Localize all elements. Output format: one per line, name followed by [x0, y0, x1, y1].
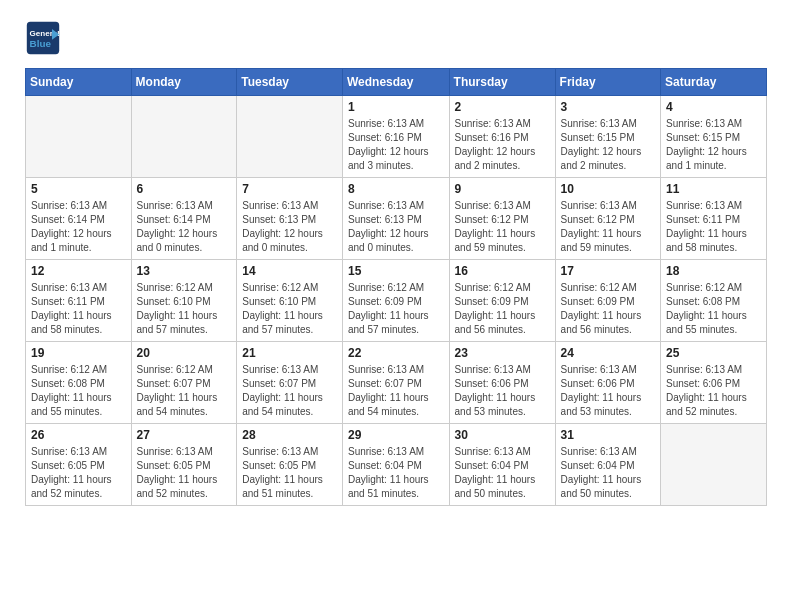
calendar-cell: 6Sunrise: 6:13 AM Sunset: 6:14 PM Daylig… [131, 178, 237, 260]
calendar-cell: 25Sunrise: 6:13 AM Sunset: 6:06 PM Dayli… [661, 342, 767, 424]
calendar-cell [237, 96, 343, 178]
day-number: 30 [455, 428, 550, 442]
day-number: 31 [561, 428, 655, 442]
calendar-cell: 1Sunrise: 6:13 AM Sunset: 6:16 PM Daylig… [342, 96, 449, 178]
day-number: 19 [31, 346, 126, 360]
calendar-cell: 24Sunrise: 6:13 AM Sunset: 6:06 PM Dayli… [555, 342, 660, 424]
calendar-cell: 4Sunrise: 6:13 AM Sunset: 6:15 PM Daylig… [661, 96, 767, 178]
day-number: 8 [348, 182, 444, 196]
weekday-header: Sunday [26, 69, 132, 96]
calendar-cell: 31Sunrise: 6:13 AM Sunset: 6:04 PM Dayli… [555, 424, 660, 506]
day-info: Sunrise: 6:13 AM Sunset: 6:04 PM Dayligh… [455, 445, 550, 501]
day-info: Sunrise: 6:12 AM Sunset: 6:10 PM Dayligh… [137, 281, 232, 337]
calendar-cell: 2Sunrise: 6:13 AM Sunset: 6:16 PM Daylig… [449, 96, 555, 178]
day-number: 26 [31, 428, 126, 442]
day-info: Sunrise: 6:12 AM Sunset: 6:07 PM Dayligh… [137, 363, 232, 419]
calendar-cell: 22Sunrise: 6:13 AM Sunset: 6:07 PM Dayli… [342, 342, 449, 424]
day-info: Sunrise: 6:13 AM Sunset: 6:11 PM Dayligh… [31, 281, 126, 337]
calendar-cell: 8Sunrise: 6:13 AM Sunset: 6:13 PM Daylig… [342, 178, 449, 260]
day-info: Sunrise: 6:13 AM Sunset: 6:04 PM Dayligh… [561, 445, 655, 501]
logo-icon: General Blue [25, 20, 61, 56]
day-info: Sunrise: 6:13 AM Sunset: 6:05 PM Dayligh… [137, 445, 232, 501]
weekday-header: Wednesday [342, 69, 449, 96]
calendar-cell: 15Sunrise: 6:12 AM Sunset: 6:09 PM Dayli… [342, 260, 449, 342]
day-number: 23 [455, 346, 550, 360]
day-number: 29 [348, 428, 444, 442]
day-info: Sunrise: 6:12 AM Sunset: 6:08 PM Dayligh… [31, 363, 126, 419]
day-info: Sunrise: 6:13 AM Sunset: 6:13 PM Dayligh… [242, 199, 337, 255]
calendar-week-row: 19Sunrise: 6:12 AM Sunset: 6:08 PM Dayli… [26, 342, 767, 424]
day-info: Sunrise: 6:13 AM Sunset: 6:14 PM Dayligh… [31, 199, 126, 255]
weekday-header: Tuesday [237, 69, 343, 96]
day-number: 20 [137, 346, 232, 360]
weekday-header: Saturday [661, 69, 767, 96]
calendar-cell: 12Sunrise: 6:13 AM Sunset: 6:11 PM Dayli… [26, 260, 132, 342]
day-info: Sunrise: 6:13 AM Sunset: 6:04 PM Dayligh… [348, 445, 444, 501]
calendar-cell: 10Sunrise: 6:13 AM Sunset: 6:12 PM Dayli… [555, 178, 660, 260]
calendar-header-row: SundayMondayTuesdayWednesdayThursdayFrid… [26, 69, 767, 96]
calendar-cell: 5Sunrise: 6:13 AM Sunset: 6:14 PM Daylig… [26, 178, 132, 260]
day-info: Sunrise: 6:13 AM Sunset: 6:13 PM Dayligh… [348, 199, 444, 255]
calendar-cell: 23Sunrise: 6:13 AM Sunset: 6:06 PM Dayli… [449, 342, 555, 424]
day-number: 11 [666, 182, 761, 196]
day-info: Sunrise: 6:12 AM Sunset: 6:10 PM Dayligh… [242, 281, 337, 337]
calendar-cell: 26Sunrise: 6:13 AM Sunset: 6:05 PM Dayli… [26, 424, 132, 506]
day-number: 21 [242, 346, 337, 360]
day-info: Sunrise: 6:13 AM Sunset: 6:16 PM Dayligh… [348, 117, 444, 173]
day-info: Sunrise: 6:12 AM Sunset: 6:09 PM Dayligh… [348, 281, 444, 337]
day-info: Sunrise: 6:13 AM Sunset: 6:15 PM Dayligh… [561, 117, 655, 173]
day-number: 4 [666, 100, 761, 114]
day-number: 18 [666, 264, 761, 278]
day-info: Sunrise: 6:12 AM Sunset: 6:08 PM Dayligh… [666, 281, 761, 337]
calendar-cell: 13Sunrise: 6:12 AM Sunset: 6:10 PM Dayli… [131, 260, 237, 342]
day-info: Sunrise: 6:13 AM Sunset: 6:12 PM Dayligh… [455, 199, 550, 255]
day-info: Sunrise: 6:13 AM Sunset: 6:15 PM Dayligh… [666, 117, 761, 173]
calendar-week-row: 5Sunrise: 6:13 AM Sunset: 6:14 PM Daylig… [26, 178, 767, 260]
page-header: General Blue [25, 20, 767, 56]
calendar-cell [26, 96, 132, 178]
day-number: 13 [137, 264, 232, 278]
day-number: 1 [348, 100, 444, 114]
day-info: Sunrise: 6:13 AM Sunset: 6:05 PM Dayligh… [242, 445, 337, 501]
day-number: 25 [666, 346, 761, 360]
day-number: 10 [561, 182, 655, 196]
calendar-week-row: 12Sunrise: 6:13 AM Sunset: 6:11 PM Dayli… [26, 260, 767, 342]
day-number: 9 [455, 182, 550, 196]
day-info: Sunrise: 6:12 AM Sunset: 6:09 PM Dayligh… [455, 281, 550, 337]
day-number: 12 [31, 264, 126, 278]
calendar-cell: 18Sunrise: 6:12 AM Sunset: 6:08 PM Dayli… [661, 260, 767, 342]
calendar-cell: 19Sunrise: 6:12 AM Sunset: 6:08 PM Dayli… [26, 342, 132, 424]
calendar-cell: 9Sunrise: 6:13 AM Sunset: 6:12 PM Daylig… [449, 178, 555, 260]
day-number: 2 [455, 100, 550, 114]
logo: General Blue [25, 20, 61, 56]
day-info: Sunrise: 6:13 AM Sunset: 6:07 PM Dayligh… [242, 363, 337, 419]
calendar-cell: 27Sunrise: 6:13 AM Sunset: 6:05 PM Dayli… [131, 424, 237, 506]
day-number: 3 [561, 100, 655, 114]
day-number: 16 [455, 264, 550, 278]
calendar-cell: 17Sunrise: 6:12 AM Sunset: 6:09 PM Dayli… [555, 260, 660, 342]
calendar-cell: 16Sunrise: 6:12 AM Sunset: 6:09 PM Dayli… [449, 260, 555, 342]
calendar-cell: 14Sunrise: 6:12 AM Sunset: 6:10 PM Dayli… [237, 260, 343, 342]
day-number: 15 [348, 264, 444, 278]
svg-text:Blue: Blue [30, 38, 52, 49]
day-number: 22 [348, 346, 444, 360]
day-number: 5 [31, 182, 126, 196]
calendar-cell: 29Sunrise: 6:13 AM Sunset: 6:04 PM Dayli… [342, 424, 449, 506]
day-info: Sunrise: 6:13 AM Sunset: 6:11 PM Dayligh… [666, 199, 761, 255]
day-number: 27 [137, 428, 232, 442]
weekday-header: Monday [131, 69, 237, 96]
calendar-cell: 3Sunrise: 6:13 AM Sunset: 6:15 PM Daylig… [555, 96, 660, 178]
day-info: Sunrise: 6:13 AM Sunset: 6:07 PM Dayligh… [348, 363, 444, 419]
day-info: Sunrise: 6:13 AM Sunset: 6:16 PM Dayligh… [455, 117, 550, 173]
day-info: Sunrise: 6:13 AM Sunset: 6:06 PM Dayligh… [455, 363, 550, 419]
calendar-cell: 28Sunrise: 6:13 AM Sunset: 6:05 PM Dayli… [237, 424, 343, 506]
weekday-header: Thursday [449, 69, 555, 96]
calendar-cell: 30Sunrise: 6:13 AM Sunset: 6:04 PM Dayli… [449, 424, 555, 506]
calendar-cell: 7Sunrise: 6:13 AM Sunset: 6:13 PM Daylig… [237, 178, 343, 260]
day-number: 14 [242, 264, 337, 278]
day-info: Sunrise: 6:13 AM Sunset: 6:12 PM Dayligh… [561, 199, 655, 255]
calendar-cell [661, 424, 767, 506]
day-number: 28 [242, 428, 337, 442]
calendar-cell: 11Sunrise: 6:13 AM Sunset: 6:11 PM Dayli… [661, 178, 767, 260]
day-number: 17 [561, 264, 655, 278]
